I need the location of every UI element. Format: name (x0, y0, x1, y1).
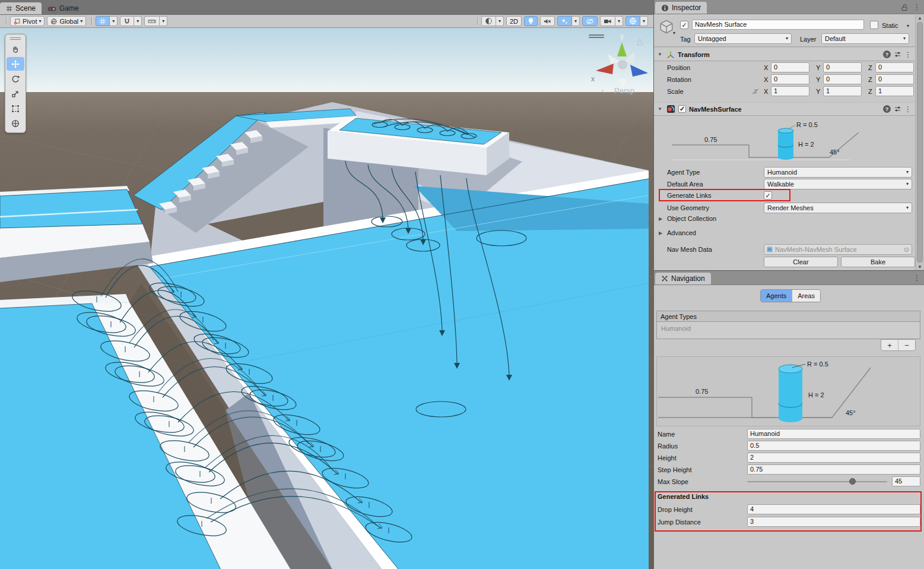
overlay-handle[interactable] (589, 33, 604, 39)
camera-settings-button[interactable] (600, 16, 615, 26)
scale-y-field[interactable]: 1 (823, 86, 862, 96)
presets-icon[interactable] (894, 105, 901, 113)
camera-settings-dropdown[interactable]: ▾ (615, 16, 623, 26)
shading-mode-dropdown[interactable]: ▾ (496, 16, 504, 26)
lock-icon[interactable] (901, 4, 908, 11)
help-icon[interactable]: ? (883, 105, 891, 113)
static-dropdown-icon[interactable]: ▾ (907, 24, 909, 29)
object-collection-foldout[interactable]: ▶ Object Collection (654, 215, 915, 222)
toolbar-handle-right[interactable] (477, 17, 478, 25)
pivot-icon (14, 18, 21, 25)
transform-tool-button[interactable] (7, 116, 24, 130)
areas-tab[interactable]: Areas (792, 290, 820, 302)
grid-options-dropdown[interactable]: ▾ (110, 16, 118, 26)
scroll-up-icon[interactable]: ▲ (917, 15, 922, 21)
transform-header[interactable]: ▼ Transform ? ⋮ (654, 48, 915, 61)
toolbar-handle[interactable] (6, 17, 7, 25)
tag-dropdown[interactable]: Untagged▾ (694, 33, 792, 44)
position-z-field[interactable]: 0 (875, 62, 914, 72)
snap-button[interactable] (120, 16, 134, 26)
pivot-button[interactable]: Pivot ▾ (10, 16, 45, 26)
height-field[interactable]: 2 (747, 453, 920, 463)
effects-dropdown[interactable]: ▾ (572, 16, 580, 26)
agent-diagram-nav: R = 0.5 0.75 H = 2 45° (657, 357, 920, 426)
2d-toggle-button[interactable]: 2D (506, 16, 522, 26)
scrollbar-thumb[interactable] (917, 22, 923, 263)
scale-tool-button[interactable] (7, 87, 24, 100)
clear-button[interactable]: Clear (764, 257, 838, 267)
rotate-tool-button[interactable] (7, 72, 24, 86)
inspector-menu-icon[interactable]: ⋮ (913, 3, 920, 11)
tool-palette-handle[interactable] (6, 36, 25, 41)
component-enabled-checkbox[interactable]: ✓ (678, 105, 686, 113)
active-checkbox[interactable]: ✓ (680, 21, 688, 29)
presets-icon[interactable] (894, 50, 901, 58)
static-checkbox[interactable] (870, 21, 878, 29)
use-geometry-dropdown[interactable]: Render Meshes▾ (764, 203, 912, 213)
tab-inspector[interactable]: Inspector (655, 2, 707, 14)
effects-toggle-button[interactable] (557, 16, 572, 26)
add-agent-button[interactable]: + (881, 340, 898, 350)
step-height-field[interactable]: 0.75 (747, 464, 920, 475)
agents-tab[interactable]: Agents (761, 290, 792, 302)
snap-options-dropdown[interactable]: ▾ (134, 16, 142, 26)
agent-type-item[interactable]: Humanoid (657, 322, 920, 335)
inspector-scrollbar[interactable]: ▲ ▼ (915, 15, 924, 270)
generate-links-checkbox[interactable]: ✓ (764, 191, 772, 200)
gizmos-toggle-button[interactable] (625, 16, 640, 26)
scale-z-field[interactable]: 1 (875, 86, 914, 96)
gamepad-icon (47, 5, 56, 12)
drop-height-field[interactable]: 4 (747, 504, 920, 514)
help-icon[interactable]: ? (883, 50, 891, 58)
jump-distance-field[interactable]: 3 (747, 517, 920, 527)
layer-dropdown[interactable]: Default▾ (821, 33, 909, 44)
foldout-icon[interactable]: ▼ (658, 106, 663, 112)
max-slope-field[interactable]: 45 (892, 476, 920, 486)
position-x-field[interactable]: 0 (771, 62, 809, 72)
cube-dropdown-icon[interactable]: ▾ (673, 31, 675, 36)
audio-toggle-button[interactable] (540, 16, 555, 26)
move-tool-button[interactable] (7, 57, 24, 71)
radius-field[interactable]: 0.5 (747, 441, 920, 451)
increment-snap-button[interactable] (144, 16, 160, 26)
rotation-z-field[interactable]: 0 (875, 74, 914, 84)
tab-game[interactable]: Game (42, 2, 85, 14)
rotation-x-field[interactable]: 0 (771, 74, 809, 84)
advanced-foldout[interactable]: ▶ Advanced (654, 229, 915, 236)
navmeshsurface-header[interactable]: ▼ ✓ NavMeshSurface ? ⋮ (654, 102, 915, 116)
grid-visibility-button[interactable] (96, 16, 110, 26)
kebab-menu-icon[interactable]: ⋮ (904, 50, 912, 59)
slider-thumb[interactable] (849, 478, 856, 485)
gameobject-name-field[interactable]: NavMesh Surface (692, 20, 864, 30)
remove-agent-button[interactable]: − (898, 340, 915, 350)
gizmos-dropdown[interactable]: ▾ (640, 16, 648, 26)
scene-viewport[interactable]: y x z ‹ Persp (0, 28, 653, 569)
link-scale-icon[interactable] (751, 88, 760, 95)
object-picker-icon[interactable]: ⊙ (904, 246, 909, 254)
rotation-y-field[interactable]: 0 (823, 74, 862, 84)
name-field[interactable]: Humanoid (747, 429, 920, 439)
view-tool-button[interactable] (7, 42, 24, 56)
tab-navigation[interactable]: Navigation (655, 273, 711, 284)
global-button[interactable]: Global ▾ (47, 16, 86, 26)
tab-scene[interactable]: Scene (0, 2, 42, 14)
max-slope-slider[interactable] (747, 481, 887, 482)
agent-types-items[interactable]: Humanoid (656, 322, 920, 339)
bake-button[interactable]: Bake (841, 257, 915, 267)
rect-tool-button[interactable] (7, 102, 24, 115)
foldout-icon[interactable]: ▼ (658, 52, 663, 57)
increment-snap-dropdown[interactable]: ▾ (160, 16, 167, 26)
kebab-menu-icon[interactable]: ⋮ (904, 105, 912, 113)
shading-mode-button[interactable] (481, 16, 496, 26)
nav-mesh-data-field[interactable]: NavMesh-NavMesh Surface ⊙ (764, 244, 912, 255)
agent-type-dropdown[interactable]: Humanoid▾ (764, 167, 912, 178)
navigation-menu-icon[interactable]: ⋮ (913, 274, 920, 282)
scale-x-field[interactable]: 1 (771, 86, 809, 96)
position-y-field[interactable]: 0 (823, 62, 862, 72)
scroll-down-icon[interactable]: ▼ (917, 264, 922, 270)
lighting-toggle-button[interactable] (524, 16, 538, 26)
cube-icon[interactable] (659, 19, 674, 34)
light-bulb-icon (528, 17, 534, 25)
default-area-dropdown[interactable]: Walkable▾ (764, 179, 912, 189)
scene-visibility-button[interactable] (582, 16, 598, 26)
